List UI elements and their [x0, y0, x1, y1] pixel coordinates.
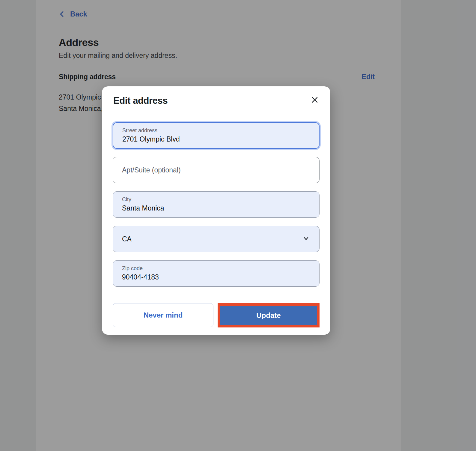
- modal-actions: Never mind Update: [113, 303, 320, 327]
- annotation-highlight-box: Update: [218, 303, 320, 327]
- chevron-down-icon: [302, 234, 310, 244]
- city-field[interactable]: City: [113, 191, 320, 218]
- state-select-value: CA: [122, 235, 132, 243]
- close-button[interactable]: [309, 95, 320, 106]
- street-address-field[interactable]: Street address: [113, 122, 320, 149]
- zip-code-input[interactable]: [122, 273, 310, 282]
- edit-address-modal: Edit address Street address City: [102, 86, 330, 335]
- modal-title: Edit address: [113, 95, 168, 106]
- street-address-input[interactable]: [122, 135, 310, 144]
- zip-code-field[interactable]: Zip code: [113, 260, 320, 287]
- close-icon: [311, 96, 319, 105]
- zip-code-label: Zip code: [122, 265, 310, 272]
- city-label: City: [122, 196, 310, 203]
- screen: Back Address Edit your mailing and deliv…: [0, 0, 476, 451]
- apt-suite-field[interactable]: [113, 157, 320, 183]
- street-address-label: Street address: [122, 127, 310, 134]
- state-select[interactable]: CA: [113, 226, 320, 252]
- update-button[interactable]: Update: [220, 306, 317, 325]
- address-form: Street address City CA Zip code: [113, 122, 320, 295]
- never-mind-button[interactable]: Never mind: [113, 303, 213, 327]
- apt-suite-input[interactable]: [122, 166, 310, 175]
- city-input[interactable]: [122, 204, 310, 213]
